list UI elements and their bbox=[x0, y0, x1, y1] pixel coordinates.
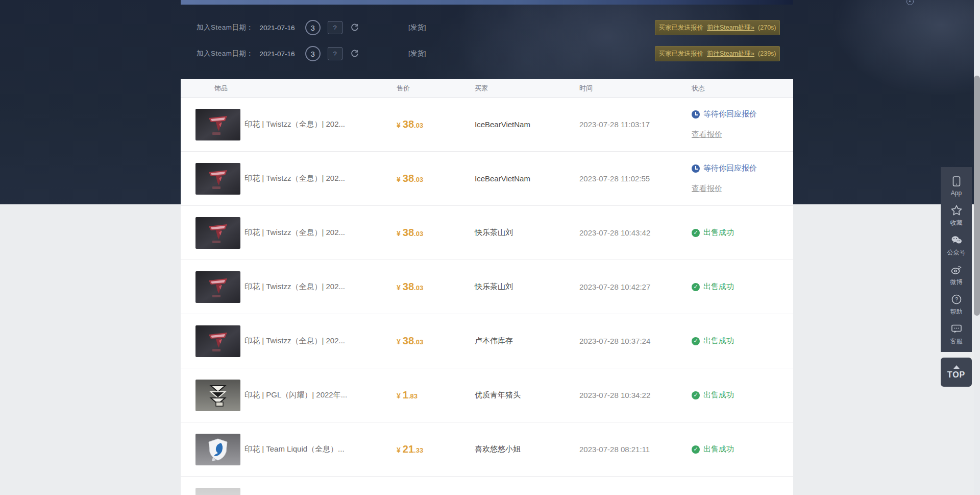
back-to-top-button[interactable]: TOP bbox=[941, 358, 972, 387]
goto-steam-link[interactable]: 前往Steam处理» bbox=[707, 50, 754, 58]
price-cell: ¥38.03 bbox=[397, 173, 475, 184]
time-cell: 2023-07-28 08:21:11 bbox=[579, 445, 692, 454]
liquid-sticker[interactable] bbox=[195, 434, 240, 465]
sale-time: 2023-07-28 10:42:27 bbox=[579, 282, 650, 291]
refresh-icon[interactable] bbox=[350, 49, 360, 59]
sidebar-item-label: 收藏 bbox=[950, 219, 963, 227]
item-name[interactable]: 印花 | Twistzz（全息）| 202... bbox=[244, 120, 345, 129]
item-name[interactable]: 印花 | Twistzz（全息）| 202... bbox=[244, 174, 345, 183]
status-text: 出售成功 bbox=[703, 390, 734, 400]
question-box[interactable]: ? bbox=[328, 47, 342, 60]
faze-sticker[interactable] bbox=[195, 271, 240, 303]
item-name[interactable]: 印花 | Team Liquid（全息）... bbox=[244, 444, 345, 454]
table-header-row: 饰品 售价 买家 时间 状态 bbox=[181, 79, 793, 98]
success-check-icon: ✓ bbox=[692, 445, 700, 454]
faze-sticker[interactable] bbox=[195, 163, 240, 195]
page-scrollbar[interactable] bbox=[974, 0, 980, 495]
item-cell: 印花 | Twistzz（全息）| 202... bbox=[181, 109, 397, 140]
sidebar-item-帮助[interactable]: ?帮助 bbox=[941, 290, 972, 319]
wechat-icon bbox=[950, 234, 963, 246]
item-cell: 印花 | Twistzz（全息）| 202... bbox=[181, 271, 397, 303]
floating-sidebar: App收藏公众号微博?帮助客服 bbox=[941, 167, 972, 352]
question-box[interactable]: ? bbox=[328, 21, 342, 34]
pgl-sticker[interactable] bbox=[195, 380, 240, 411]
table-row: 印花 | PGL（闪耀）| 2022年...¥1.83优质青年猪头2023-07… bbox=[181, 368, 793, 422]
status-text[interactable]: 等待你回应报价 bbox=[703, 163, 757, 173]
buyer-cell: 卢本伟库存 bbox=[475, 336, 579, 346]
table-body: 印花 | Twistzz（全息）| 202...¥38.03IceBearVie… bbox=[181, 98, 793, 495]
ship-label: [发货] bbox=[408, 49, 426, 58]
sidebar-item-label: 微博 bbox=[950, 278, 963, 287]
item-price: ¥38.03 bbox=[397, 175, 423, 183]
buyer-name: 快乐茶山刘 bbox=[475, 228, 513, 237]
buyer-cell: IceBearVietNam bbox=[475, 120, 579, 129]
status-cell: ✓出售成功 bbox=[692, 228, 793, 238]
offer-sent-button[interactable]: 买家已发送报价 前往Steam处理» (270s) bbox=[655, 20, 780, 35]
phone-icon bbox=[951, 175, 962, 187]
buyer-name: 优质青年猪头 bbox=[475, 390, 521, 399]
status-cell: 等待你回应报价查看报价 bbox=[692, 109, 793, 139]
time-cell: 2023-07-28 11:02:55 bbox=[579, 174, 692, 183]
offer-sent-button[interactable]: 买家已发送报价 前往Steam处理» (239s) bbox=[655, 46, 780, 61]
sale-time: 2023-07-28 08:21:11 bbox=[579, 445, 650, 454]
scrollbar-thumb[interactable] bbox=[974, 76, 980, 316]
success-check-icon: ✓ bbox=[692, 229, 700, 237]
header-time: 时间 bbox=[579, 84, 692, 93]
price-cell: ¥38.03 bbox=[397, 335, 475, 347]
sale-time: 2023-07-28 10:43:42 bbox=[579, 228, 650, 237]
item-cell: 印花 | Twistzz（全息）| 202... bbox=[181, 217, 397, 249]
buyer-cell: 喜欢悠悠小姐 bbox=[475, 444, 579, 454]
item-cell: 印花 | Team Liquid（全息）... bbox=[181, 434, 397, 465]
success-check-icon: ✓ bbox=[692, 337, 700, 345]
steam-join-date-label: 加入Steam日期： bbox=[197, 23, 254, 32]
table-row: 印花 | Team Liquid（全息）...¥21.33喜欢悠悠小姐2023-… bbox=[181, 422, 793, 477]
status-cell: ✓出售成功 bbox=[692, 390, 793, 400]
goto-steam-link[interactable]: 前往Steam处理» bbox=[707, 23, 754, 32]
header-item: 饰品 bbox=[181, 84, 397, 93]
sidebar-item-收藏[interactable]: 收藏 bbox=[941, 201, 972, 230]
buyer-cell: 快乐茶山刘 bbox=[475, 228, 579, 238]
view-offer-link[interactable]: 查看报价 bbox=[692, 130, 722, 139]
faze-sticker[interactable] bbox=[195, 325, 240, 357]
chat-icon bbox=[950, 323, 963, 335]
status-cell: ✓出售成功 bbox=[692, 444, 793, 454]
sale-time: 2023-07-28 11:03:17 bbox=[579, 120, 650, 129]
time-cell: 2023-07-28 11:03:17 bbox=[579, 120, 692, 129]
buyer-name: IceBearVietNam bbox=[475, 120, 530, 129]
ship-label: [发货] bbox=[408, 23, 426, 32]
sidebar-item-app[interactable]: App bbox=[941, 171, 972, 201]
price-cell: ¥38.03 bbox=[397, 281, 475, 293]
sidebar-item-客服[interactable]: 客服 bbox=[941, 319, 972, 349]
steam-join-date-value: 2021-07-16 bbox=[260, 24, 295, 32]
banner-badge-icon bbox=[906, 0, 914, 5]
buyer-name: 卢本伟库存 bbox=[475, 336, 513, 345]
sidebar-item-公众号[interactable]: 公众号 bbox=[941, 230, 972, 260]
blank-sticker[interactable] bbox=[195, 488, 240, 495]
item-name[interactable]: 印花 | PGL（闪耀）| 2022年... bbox=[244, 390, 347, 400]
sales-table: 饰品 售价 买家 时间 状态 印花 | Twistzz（全息）| 202...¥… bbox=[181, 79, 793, 495]
item-cell: 印花 | Twistzz（全息）| 202... bbox=[181, 163, 397, 195]
view-offer-link[interactable]: 查看报价 bbox=[692, 184, 722, 194]
time-cell: 2023-07-28 10:43:42 bbox=[579, 228, 692, 238]
item-price: ¥38.03 bbox=[397, 283, 423, 292]
status-text[interactable]: 等待你回应报价 bbox=[703, 109, 757, 119]
pending-delivery-row: 加入Steam日期： 2021-07-16 3 ? [发货] 买家已发送报价 前… bbox=[0, 45, 980, 62]
table-row: 印花 | Twistzz（全息）| 202...¥38.03IceBearVie… bbox=[181, 98, 793, 152]
sidebar-item-label: 公众号 bbox=[947, 248, 966, 257]
top-label: TOP bbox=[947, 370, 966, 380]
buyer-cell: 快乐茶山刘 bbox=[475, 282, 579, 292]
status-text: 出售成功 bbox=[703, 228, 734, 238]
faze-sticker[interactable] bbox=[195, 109, 240, 140]
success-check-icon: ✓ bbox=[692, 283, 700, 291]
sidebar-item-微博[interactable]: 微博 bbox=[941, 260, 972, 290]
offer-countdown: (239s) bbox=[758, 50, 776, 57]
steam-join-date-label: 加入Steam日期： bbox=[197, 49, 254, 58]
item-name[interactable]: 印花 | Twistzz（全息）| 202... bbox=[244, 228, 345, 238]
item-price: ¥38.03 bbox=[397, 337, 423, 346]
faze-sticker[interactable] bbox=[195, 217, 240, 249]
item-name[interactable]: 印花 | Twistzz（全息）| 202... bbox=[244, 282, 345, 292]
refresh-icon[interactable] bbox=[350, 22, 360, 33]
item-name[interactable]: 印花 | Twistzz（全息）| 202... bbox=[244, 336, 345, 346]
item-price: ¥38.03 bbox=[397, 121, 423, 129]
item-cell bbox=[181, 488, 397, 495]
